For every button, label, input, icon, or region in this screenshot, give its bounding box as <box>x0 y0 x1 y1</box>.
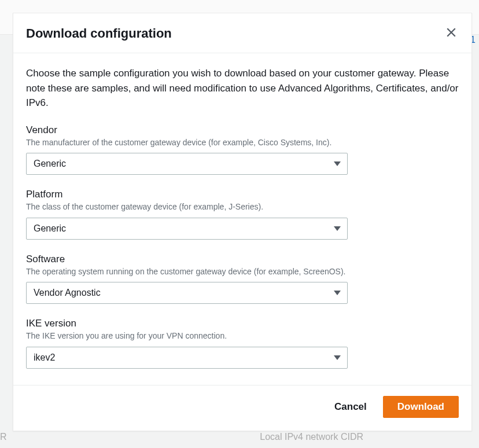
vendor-field-group: Vendor The manufacturer of the customer … <box>26 124 459 175</box>
modal-header: Download configuration <box>13 13 471 53</box>
ike-label: IKE version <box>26 318 459 329</box>
bg-fragment: Local IPv4 network CIDR <box>260 432 363 442</box>
close-button[interactable] <box>444 25 459 42</box>
platform-field-group: Platform The class of the customer gatew… <box>26 189 459 240</box>
download-configuration-modal: Download configuration Choose the sample… <box>13 13 472 431</box>
svg-marker-3 <box>334 226 341 231</box>
vendor-hint: The manufacturer of the customer gateway… <box>26 137 459 149</box>
caret-down-icon <box>333 288 341 298</box>
platform-label: Platform <box>26 189 459 200</box>
software-hint: The operating system running on the cust… <box>26 266 459 278</box>
download-button[interactable]: Download <box>383 396 459 418</box>
ike-field-group: IKE version The IKE version you are usin… <box>26 318 459 369</box>
software-select[interactable]: Vendor Agnostic <box>26 282 348 304</box>
ike-select-value: ikev2 <box>34 352 55 363</box>
bg-fragment: R <box>0 432 7 442</box>
ike-select[interactable]: ikev2 <box>26 347 348 369</box>
cancel-button[interactable]: Cancel <box>331 396 370 417</box>
modal-footer: Cancel Download <box>13 385 471 431</box>
ike-hint: The IKE version you are using for your V… <box>26 331 459 342</box>
platform-select[interactable]: Generic <box>26 218 348 240</box>
svg-marker-2 <box>334 161 341 166</box>
intro-text: Choose the sample configuration you wish… <box>26 66 459 111</box>
software-select-value: Vendor Agnostic <box>34 288 101 298</box>
caret-down-icon <box>333 159 341 169</box>
modal-body: Choose the sample configuration you wish… <box>13 53 471 385</box>
platform-select-value: Generic <box>34 223 66 234</box>
software-field-group: Software The operating system running on… <box>26 254 459 304</box>
caret-down-icon <box>333 352 341 363</box>
caret-down-icon <box>333 223 341 234</box>
software-label: Software <box>26 254 459 265</box>
vendor-label: Vendor <box>26 124 459 136</box>
platform-hint: The class of the customer gateway device… <box>26 201 459 213</box>
modal-title: Download configuration <box>26 26 172 41</box>
close-icon <box>446 30 456 39</box>
vendor-select-value: Generic <box>34 159 66 169</box>
svg-marker-4 <box>334 291 341 295</box>
vendor-select[interactable]: Generic <box>26 153 348 175</box>
svg-marker-5 <box>334 355 341 360</box>
